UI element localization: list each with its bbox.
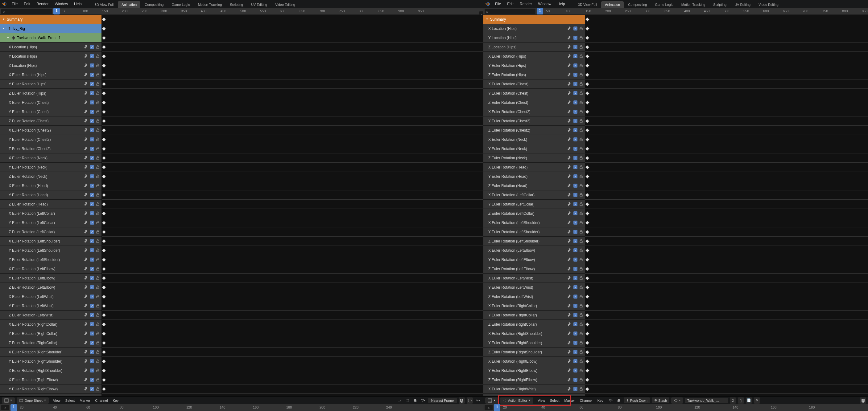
keyframe[interactable] — [585, 193, 589, 197]
fcurve-channel[interactable]: X Euler Rotation (LeftCollar) ✓ — [0, 209, 101, 218]
track-row[interactable] — [102, 227, 483, 237]
expand-icon[interactable]: ▼ — [2, 18, 7, 21]
menu-channel[interactable]: Channel — [578, 398, 595, 403]
menu-window[interactable]: Window — [52, 1, 71, 7]
lock-icon[interactable] — [96, 322, 100, 327]
track-area[interactable] — [102, 15, 483, 396]
menu-file[interactable]: File — [9, 1, 21, 7]
keyframe[interactable] — [585, 211, 589, 216]
track-row[interactable] — [102, 61, 483, 70]
keyframe[interactable] — [585, 295, 589, 299]
lock-icon[interactable] — [96, 304, 100, 308]
frame-ruler[interactable]: ⌕ 1 501001502002503003504004505005506006… — [483, 8, 868, 15]
track-row[interactable] — [585, 107, 868, 116]
lock-icon[interactable] — [96, 54, 100, 59]
keyframe[interactable] — [585, 332, 589, 336]
mute-checkbox[interactable]: ✓ — [90, 267, 94, 271]
lock-icon[interactable] — [96, 202, 100, 206]
action-browse-dropdown[interactable]: ▾ — [671, 398, 683, 404]
frame-ruler[interactable]: ⌕ 1 501001502002503003504004505005506006… — [0, 8, 483, 15]
wrench-icon[interactable] — [567, 174, 571, 179]
fcurve-channel[interactable]: X Euler Rotation (RightWrist) ✓ — [483, 384, 585, 394]
snap-mode-dropdown[interactable]: Nearest Frame — [428, 398, 457, 403]
track-row[interactable] — [585, 33, 868, 42]
track-row[interactable] — [585, 357, 868, 366]
lock-icon[interactable] — [579, 239, 584, 243]
keyframe[interactable] — [102, 350, 106, 354]
keyframe[interactable] — [585, 350, 589, 354]
menu-view[interactable]: View — [51, 398, 63, 403]
lock-icon[interactable] — [96, 184, 100, 188]
wrench-icon[interactable] — [567, 54, 571, 59]
fcurve-channel[interactable]: X Euler Rotation (LeftShoulder) ✓ — [0, 237, 101, 246]
workspace-tab-motion-tracking[interactable]: Motion Tracking — [194, 1, 226, 8]
track-row[interactable] — [585, 292, 868, 301]
keyframe[interactable] — [102, 378, 106, 382]
search-icon[interactable]: ⌕ — [485, 405, 493, 410]
keyframe[interactable] — [102, 27, 106, 31]
wrench-icon[interactable] — [567, 304, 571, 308]
lock-icon[interactable] — [579, 36, 584, 40]
fcurve-channel[interactable]: Y Euler Rotation (LeftWrist) ✓ — [483, 283, 585, 292]
lock-icon[interactable] — [579, 184, 584, 188]
track-area[interactable] — [585, 15, 868, 396]
fcurve-channel[interactable]: X Euler Rotation (LeftShoulder) ✓ — [483, 218, 585, 227]
track-row[interactable] — [585, 52, 868, 61]
track-row[interactable] — [585, 135, 868, 144]
wrench-icon[interactable] — [567, 341, 571, 345]
lock-icon[interactable] — [579, 248, 584, 253]
mute-checkbox[interactable]: ✓ — [574, 184, 578, 187]
lock-icon[interactable] — [96, 165, 100, 169]
mute-checkbox[interactable]: ✓ — [574, 341, 578, 345]
keyframe[interactable] — [102, 295, 106, 299]
fcurve-channel[interactable]: Y Location (Hips) ✓ — [483, 33, 585, 42]
fcurve-channel[interactable]: X Euler Rotation (Chest) ✓ — [483, 79, 585, 89]
new-action-icon[interactable]: 📄 — [746, 398, 752, 404]
mute-checkbox[interactable]: ✓ — [90, 100, 94, 104]
keyframe[interactable] — [102, 165, 106, 169]
wrench-icon[interactable] — [567, 73, 571, 77]
lock-icon[interactable] — [96, 82, 100, 86]
fcurve-channel[interactable]: X Location (Hips) ✓ — [483, 24, 585, 33]
lock-icon[interactable] — [579, 211, 584, 216]
fcurve-channel[interactable]: X Euler Rotation (LeftElbow) ✓ — [483, 246, 585, 255]
fcurve-channel[interactable]: Y Euler Rotation (LeftShoulder) ✓ — [0, 246, 101, 255]
wrench-icon[interactable] — [567, 332, 571, 336]
keyframe[interactable] — [102, 369, 106, 373]
keyframe[interactable] — [585, 341, 589, 345]
track-row[interactable] — [585, 70, 868, 79]
fcurve-channel[interactable]: X Euler Rotation (Head) ✓ — [483, 163, 585, 172]
track-row[interactable] — [102, 52, 483, 61]
wrench-icon[interactable] — [84, 82, 88, 86]
mute-checkbox[interactable]: ✓ — [574, 248, 578, 252]
mute-checkbox[interactable]: ✓ — [574, 239, 578, 243]
mute-checkbox[interactable]: ✓ — [574, 119, 578, 123]
timeline-ruler[interactable]: ⌕ 1 20406080100120140160180 — [483, 404, 868, 411]
track-row[interactable] — [102, 33, 483, 42]
keyframe[interactable] — [585, 220, 589, 225]
falloff-icon[interactable]: ∿▾ — [475, 398, 481, 404]
lock-icon[interactable] — [579, 147, 584, 151]
menu-select[interactable]: Select — [63, 398, 78, 403]
track-row[interactable] — [102, 209, 483, 218]
lock-icon[interactable] — [579, 332, 584, 336]
wrench-icon[interactable] — [567, 285, 571, 289]
wrench-icon[interactable] — [84, 387, 88, 391]
mute-checkbox[interactable]: ✓ — [90, 239, 94, 243]
wrench-icon[interactable] — [567, 211, 571, 216]
mute-checkbox[interactable]: ✓ — [574, 332, 578, 336]
lock-icon[interactable] — [96, 276, 100, 280]
summary-row[interactable]: ▼Summary — [483, 15, 585, 24]
wrench-icon[interactable] — [84, 45, 88, 49]
keyframe[interactable] — [585, 258, 589, 262]
keyframe[interactable] — [585, 276, 589, 280]
track-row[interactable] — [585, 172, 868, 181]
keyframe[interactable] — [102, 267, 106, 271]
playhead-frame[interactable]: 1 — [537, 8, 543, 14]
workspace-tab-motion-tracking[interactable]: Motion Tracking — [678, 1, 709, 8]
lock-icon[interactable] — [96, 295, 100, 299]
wrench-icon[interactable] — [84, 202, 88, 206]
fcurve-channel[interactable]: X Euler Rotation (Neck) ✓ — [0, 153, 101, 163]
wrench-icon[interactable] — [84, 313, 88, 317]
wrench-icon[interactable] — [84, 239, 88, 243]
